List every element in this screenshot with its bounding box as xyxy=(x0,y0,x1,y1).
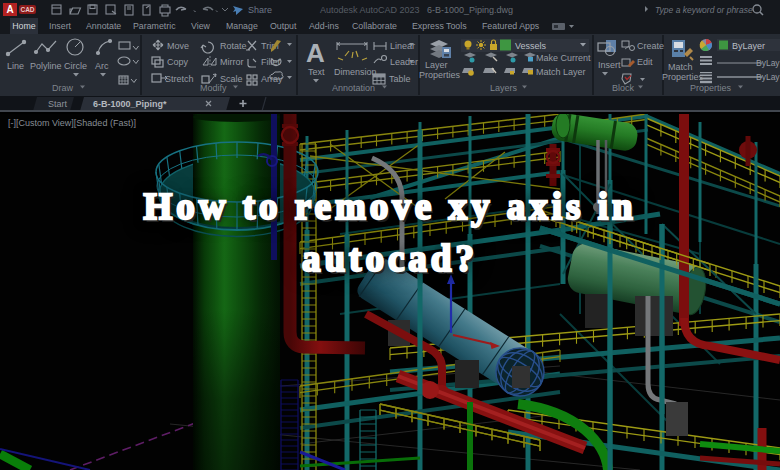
svg-text:Rotate: Rotate xyxy=(220,41,247,51)
svg-text:Move: Move xyxy=(167,41,189,51)
svg-text:6-B-1000_Piping.dwg: 6-B-1000_Piping.dwg xyxy=(427,5,513,15)
svg-text:Text: Text xyxy=(308,67,325,77)
svg-text:Table: Table xyxy=(389,74,411,84)
svg-text:Properties: Properties xyxy=(690,83,732,93)
svg-text:Properties: Properties xyxy=(662,72,704,82)
svg-text:Share: Share xyxy=(248,5,272,15)
svg-text:Type a keyword or phrase: Type a keyword or phrase xyxy=(655,5,753,15)
svg-text:Edit: Edit xyxy=(637,57,653,67)
svg-text:A: A xyxy=(6,4,13,15)
svg-text:Draw: Draw xyxy=(52,83,74,93)
svg-text:CAD: CAD xyxy=(20,6,34,13)
svg-text:Line: Line xyxy=(7,61,24,71)
svg-text:Autodesk AutoCAD 2023: Autodesk AutoCAD 2023 xyxy=(320,5,420,15)
svg-text:Modify: Modify xyxy=(200,83,227,93)
svg-text:Insert: Insert xyxy=(598,60,621,70)
svg-text:Circle: Circle xyxy=(64,61,87,71)
svg-text:Copy: Copy xyxy=(167,57,189,67)
svg-text:Block: Block xyxy=(612,83,635,93)
svg-text:Scale: Scale xyxy=(220,74,243,84)
svg-text:Match: Match xyxy=(668,62,693,72)
svg-text:Annotation: Annotation xyxy=(332,83,375,93)
svg-text:ByLay: ByLay xyxy=(756,72,780,82)
svg-text:A: A xyxy=(306,38,325,68)
svg-text:ByLay: ByLay xyxy=(756,58,780,68)
svg-text:Start: Start xyxy=(48,99,68,109)
svg-text:Layers: Layers xyxy=(490,83,518,93)
svg-text:Dimension: Dimension xyxy=(334,67,377,77)
svg-text:Layer: Layer xyxy=(425,60,448,70)
svg-text:Stretch: Stretch xyxy=(165,74,194,84)
svg-text:Create: Create xyxy=(637,41,664,51)
svg-text:Polyline: Polyline xyxy=(30,61,62,71)
svg-text:6-B-1000_Piping*: 6-B-1000_Piping* xyxy=(93,99,167,109)
svg-text:ByLayer: ByLayer xyxy=(732,41,765,51)
svg-text:Match Layer: Match Layer xyxy=(536,67,586,77)
svg-text:Arc: Arc xyxy=(95,61,109,71)
svg-text:Leader: Leader xyxy=(390,57,418,67)
svg-text:Properties: Properties xyxy=(419,70,461,80)
svg-text:Make Current: Make Current xyxy=(536,53,591,63)
svg-text:Vessels: Vessels xyxy=(515,41,547,51)
svg-text:Mirror: Mirror xyxy=(220,57,244,67)
